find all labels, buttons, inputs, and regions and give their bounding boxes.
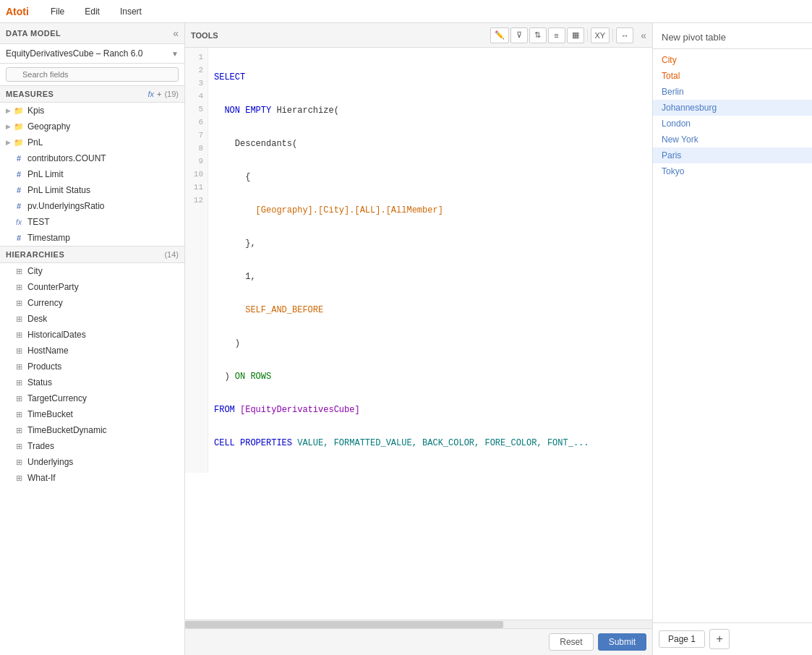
code-line-2: NON EMPTY Hierarchize( xyxy=(214,104,646,117)
code-line-6: }, xyxy=(214,237,646,250)
code-content: 1 2 3 4 5 6 7 8 9 10 11 12 SELECT NON EM… xyxy=(185,48,652,473)
menu-bar: Atoti File Edit Insert xyxy=(0,0,812,23)
line-num-7: 7 xyxy=(185,129,208,142)
page-button[interactable]: Page 1 xyxy=(659,630,705,648)
hierarchy-label: TargetCurrency xyxy=(27,393,87,403)
line-num-6: 6 xyxy=(185,116,208,129)
measure-kpis[interactable]: ▶ 📁 Kpis xyxy=(0,103,184,119)
table-btn[interactable]: ▦ xyxy=(567,27,584,43)
fx-label[interactable]: fx xyxy=(148,90,154,98)
pivot-item-city[interactable]: City xyxy=(653,52,812,68)
hierarchy-historicaldates[interactable]: ⊞ HistoricalDates xyxy=(0,327,184,343)
hierarchy-label: Desk xyxy=(27,314,47,324)
hierarchies-header: HIERARCHIES (14) xyxy=(0,247,184,263)
chart-btn[interactable]: ≡ xyxy=(548,27,565,43)
hierarchy-hostname[interactable]: ⊞ HostName xyxy=(0,343,184,359)
xy-btn[interactable]: XY xyxy=(591,27,610,43)
hierarchy-products[interactable]: ⊞ Products xyxy=(0,359,184,374)
hierarchy-trades[interactable]: ⊞ Trades xyxy=(0,438,184,454)
token: [EquityDerivativesCube] xyxy=(240,405,360,415)
hierarchy-label: Underlyings xyxy=(27,457,73,467)
menu-edit[interactable]: Edit xyxy=(80,4,104,20)
pivot-item-johannesburg[interactable]: Johannesburg xyxy=(653,100,812,116)
expand-icon: ▶ xyxy=(6,123,12,130)
pivot-item-tokyo[interactable]: Tokyo xyxy=(653,163,812,179)
arrows-btn[interactable]: ↔ xyxy=(616,27,633,43)
code-line-3: Descendants( xyxy=(214,137,646,150)
hierarchy-icon: ⊞ xyxy=(14,442,24,451)
code-line-8: SELF_AND_BEFORE xyxy=(214,304,646,317)
menu-insert[interactable]: Insert xyxy=(116,4,146,20)
token: VALUE, FORMATTED_VALUE, BACK_COLOR, FORE… xyxy=(297,438,589,448)
menu-file[interactable]: File xyxy=(46,4,69,20)
reset-button[interactable]: Reset xyxy=(549,633,593,651)
pivot-item-label: London xyxy=(662,119,691,129)
line-num-5: 5 xyxy=(185,103,208,116)
hierarchy-desk[interactable]: ⊞ Desk xyxy=(0,311,184,327)
hash-icon: # xyxy=(14,170,24,179)
pivot-item-label: Paris xyxy=(662,150,681,160)
hierarchy-timebucket[interactable]: ⊞ TimeBucket xyxy=(0,406,184,422)
token: SELF_AND_BEFORE xyxy=(214,305,323,315)
pivot-item-label: Johannesburg xyxy=(662,103,717,113)
code-lines[interactable]: SELECT NON EMPTY Hierarchize( Descendant… xyxy=(208,48,652,473)
code-editor[interactable]: 1 2 3 4 5 6 7 8 9 10 11 12 SELECT NON EM… xyxy=(185,48,652,620)
hierarchy-status[interactable]: ⊞ Status xyxy=(0,374,184,390)
app-logo: Atoti xyxy=(6,6,29,17)
pencil-btn[interactable]: ✏️ xyxy=(490,27,509,43)
line-num-4: 4 xyxy=(185,90,208,103)
pivot-item-newyork[interactable]: New York xyxy=(653,132,812,147)
hierarchy-icon: ⊞ xyxy=(14,362,24,372)
cube-name: EquityDerivativesCube – Ranch 6.0 xyxy=(6,48,171,59)
folder-icon: 📁 xyxy=(14,122,24,132)
hash-icon: # xyxy=(14,234,24,242)
hash-icon: # xyxy=(14,154,24,163)
hierarchy-city[interactable]: ⊞ City xyxy=(0,263,184,279)
hierarchy-label: HistoricalDates xyxy=(27,330,86,340)
editor-scrollbar[interactable] xyxy=(185,620,652,628)
hierarchy-timebucketdynamic[interactable]: ⊞ TimeBucketDynamic xyxy=(0,422,184,438)
cube-selector[interactable]: EquityDerivativesCube – Ranch 6.0 ▼ xyxy=(0,44,184,64)
pivot-item-paris[interactable]: Paris xyxy=(653,147,812,163)
measure-contributors-count[interactable]: # contributors.COUNT xyxy=(0,150,184,166)
pivot-panel: New pivot table City Total Berlin Johann… xyxy=(653,23,812,655)
search-input[interactable] xyxy=(6,67,179,82)
measure-timestamp[interactable]: # Timestamp xyxy=(0,230,184,246)
line-num-12: 12 xyxy=(185,194,208,207)
line-num-9: 9 xyxy=(185,155,208,168)
measure-pnl-limit[interactable]: # PnL Limit xyxy=(0,166,184,182)
hierarchy-currency[interactable]: ⊞ Currency xyxy=(0,295,184,311)
add-page-button[interactable]: + xyxy=(709,629,730,649)
collapse-left-btn[interactable]: « xyxy=(173,27,179,39)
filter-btn[interactable]: ⊽ xyxy=(510,27,528,43)
line-num-10: 10 xyxy=(185,168,208,181)
token: }, xyxy=(214,239,256,249)
measure-pv-underlyings-ratio[interactable]: # pv.UnderlyingsRatio xyxy=(0,198,184,214)
pivot-item-label: City xyxy=(662,55,677,65)
hierarchy-icon: ⊞ xyxy=(14,330,24,340)
token: Hierarchize( xyxy=(276,106,338,116)
pivot-item-london[interactable]: London xyxy=(653,116,812,132)
pivot-item-berlin[interactable]: Berlin xyxy=(653,84,812,100)
measures-count: (19) xyxy=(164,90,179,98)
measure-pnl[interactable]: ▶ 📁 PnL xyxy=(0,134,184,150)
hierarchy-icon: ⊞ xyxy=(14,410,24,419)
hierarchy-counterparty[interactable]: ⊞ CounterParty xyxy=(0,279,184,295)
hierarchies-title: HIERARCHIES xyxy=(6,250,64,259)
hierarchy-underlyings[interactable]: ⊞ Underlyings xyxy=(0,454,184,470)
expand-icon: ▶ xyxy=(6,139,12,146)
hierarchy-targetcurrency[interactable]: ⊞ TargetCurrency xyxy=(0,390,184,406)
measure-pnl-limit-status[interactable]: # PnL Limit Status xyxy=(0,182,184,198)
hash-icon: # xyxy=(14,186,24,194)
token: ) xyxy=(214,338,240,348)
hierarchy-whatif[interactable]: ⊞ What-If xyxy=(0,470,184,486)
measure-test[interactable]: fx TEST xyxy=(0,214,184,230)
submit-button[interactable]: Submit xyxy=(598,633,646,651)
plus-label[interactable]: + xyxy=(157,90,161,98)
collapse-tools-btn[interactable]: « xyxy=(641,30,646,41)
sort-btn[interactable]: ⇅ xyxy=(529,27,547,43)
measure-geography[interactable]: ▶ 📁 Geography xyxy=(0,119,184,134)
measures-list: ▶ 📁 Kpis ▶ 📁 Geography ▶ 📁 PnL # xyxy=(0,103,184,246)
pivot-item-total[interactable]: Total xyxy=(653,68,812,84)
measures-header: MEASURES fx + (19) xyxy=(0,86,184,103)
